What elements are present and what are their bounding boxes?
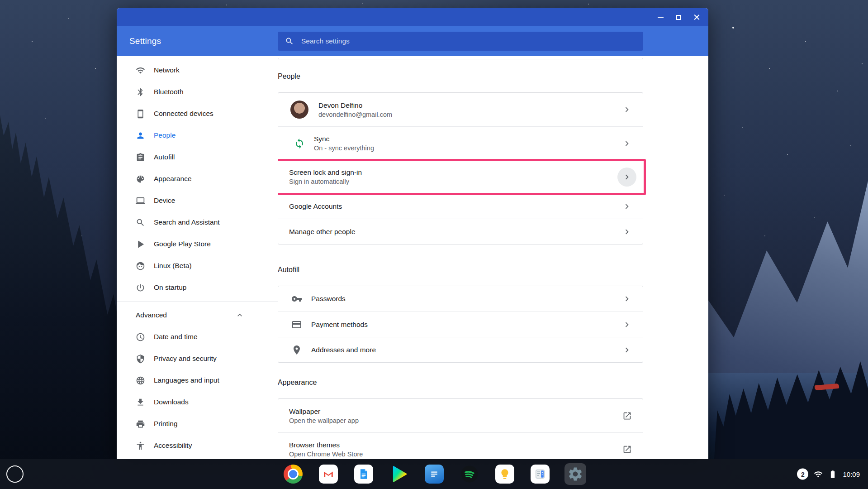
sidebar-item-search-assistant[interactable]: Search and Assistant xyxy=(117,211,278,233)
row-title: Payment methods xyxy=(311,321,368,329)
appearance-card: Wallpaper Open the wallpaper app Browser… xyxy=(278,398,643,459)
sidebar-item-label: Printing xyxy=(154,420,178,428)
sidebar-item-connected-devices[interactable]: Connected devices xyxy=(117,103,278,125)
sidebar-item-languages-input[interactable]: Languages and input xyxy=(117,369,278,391)
chevron-right-icon xyxy=(622,227,632,237)
row-title: Manage other people xyxy=(289,228,356,236)
sidebar-item-device[interactable]: Device xyxy=(117,190,278,211)
chevron-right-icon xyxy=(622,294,632,304)
docs-app-button[interactable] xyxy=(353,463,375,485)
minimize-button[interactable] xyxy=(651,8,669,26)
sidebar-item-label: Accessibility xyxy=(154,441,192,450)
addresses-row[interactable]: Addresses and more xyxy=(278,337,643,362)
account-email: devondelfino@gmail.com xyxy=(318,111,392,118)
sidebar-item-network[interactable]: Network xyxy=(117,59,278,81)
search-bar[interactable] xyxy=(278,32,643,51)
sidebar: Network Bluetooth Connected devices Peop… xyxy=(117,56,278,459)
row-title: Browser themes xyxy=(289,441,363,449)
laptop-icon xyxy=(136,196,145,206)
palette-icon xyxy=(136,174,145,184)
window-controls xyxy=(651,8,706,26)
sidebar-item-autofill[interactable]: Autofill xyxy=(117,146,278,168)
keep-app-button[interactable] xyxy=(494,463,516,485)
account-row[interactable]: Devon Delfino devondelfino@gmail.com xyxy=(278,93,643,126)
manage-other-people-row[interactable]: Manage other people xyxy=(278,219,643,244)
sidebar-item-label: Connected devices xyxy=(154,110,213,118)
maximize-button[interactable] xyxy=(669,8,688,26)
advanced-label: Advanced xyxy=(136,311,167,319)
sidebar-item-play-store[interactable]: Google Play Store xyxy=(117,233,278,255)
sidebar-item-printing[interactable]: Printing xyxy=(117,413,278,435)
chevron-right-icon xyxy=(622,139,632,149)
open-in-new-icon xyxy=(622,445,632,454)
sidebar-item-label: Network xyxy=(154,66,180,74)
play-store-icon xyxy=(389,465,408,484)
notification-badge[interactable]: 2 xyxy=(797,469,808,480)
penguin-icon xyxy=(136,261,145,271)
passwords-row[interactable]: Passwords xyxy=(278,286,643,312)
sidebar-item-appearance[interactable]: Appearance xyxy=(117,168,278,190)
settings-app-button[interactable] xyxy=(564,463,586,485)
sidebar-item-label: Date and time xyxy=(154,333,198,341)
play-store-app-button[interactable] xyxy=(388,463,410,485)
stars xyxy=(0,0,1,1)
sync-row[interactable]: Sync On - sync everything xyxy=(278,126,643,160)
power-icon xyxy=(136,283,145,292)
notes-app-button[interactable] xyxy=(423,463,445,485)
chevron-hover-circle xyxy=(617,168,636,187)
sidebar-item-on-startup[interactable]: On startup xyxy=(117,277,278,298)
clipboard-icon xyxy=(136,153,145,162)
sidebar-item-downloads[interactable]: Downloads xyxy=(117,391,278,413)
calculator-app-button[interactable] xyxy=(529,463,551,485)
sidebar-item-date-time[interactable]: Date and time xyxy=(117,326,278,348)
sidebar-advanced-toggle[interactable]: Advanced xyxy=(117,304,278,326)
browser-themes-row[interactable]: Browser themes Open Chrome Web Store xyxy=(278,432,643,459)
smartphone-icon xyxy=(136,109,145,119)
chevron-right-icon xyxy=(622,201,632,211)
row-subtitle: On - sync everything xyxy=(314,144,374,152)
app-header: Settings xyxy=(117,26,708,56)
sidebar-item-label: Downloads xyxy=(154,398,189,406)
sidebar-item-label: On startup xyxy=(154,283,186,292)
chevron-up-icon xyxy=(235,311,244,320)
wallpaper-row[interactable]: Wallpaper Open the wallpaper app xyxy=(278,399,643,432)
key-icon xyxy=(291,293,302,304)
sidebar-item-bluetooth[interactable]: Bluetooth xyxy=(117,81,278,103)
location-pin-icon xyxy=(291,345,302,355)
sidebar-item-privacy-security[interactable]: Privacy and security xyxy=(117,348,278,369)
row-subtitle: Sign in automatically xyxy=(289,178,362,185)
gmail-app-button[interactable] xyxy=(318,463,339,485)
search-input[interactable] xyxy=(300,37,636,46)
payment-methods-row[interactable]: Payment methods xyxy=(278,312,643,337)
sidebar-item-accessibility[interactable]: Accessibility xyxy=(117,435,278,456)
close-button[interactable] xyxy=(688,8,706,26)
row-title: Passwords xyxy=(311,295,346,303)
section-heading-autofill: Autofill xyxy=(278,265,643,274)
launcher-button[interactable] xyxy=(6,465,24,483)
sidebar-item-label: Linux (Beta) xyxy=(154,262,192,270)
sidebar-item-label: Device xyxy=(154,197,175,205)
download-icon xyxy=(136,398,145,407)
keep-lightbulb-icon xyxy=(495,465,514,484)
spotify-icon xyxy=(460,465,479,484)
notes-app-icon xyxy=(425,465,444,484)
autofill-card: Passwords Payment methods Addresses and … xyxy=(278,286,643,363)
screen-lock-row[interactable]: Screen lock and sign-in Sign in automati… xyxy=(278,160,643,193)
spotify-app-button[interactable] xyxy=(459,463,480,485)
status-area[interactable]: 2 10:09 xyxy=(797,469,860,480)
window-titlebar[interactable] xyxy=(117,8,708,26)
chevron-right-icon xyxy=(622,105,632,115)
sidebar-item-label: Search and Assistant xyxy=(154,218,220,226)
row-subtitle: Open Chrome Web Store xyxy=(289,451,363,458)
sidebar-item-people[interactable]: People xyxy=(117,125,278,146)
row-title: Addresses and more xyxy=(311,346,376,354)
globe-icon xyxy=(136,376,145,385)
calculator-icon xyxy=(531,465,550,484)
chevron-right-icon xyxy=(622,172,632,182)
google-accounts-row[interactable]: Google Accounts xyxy=(278,193,643,219)
sidebar-item-label: Languages and input xyxy=(154,376,219,384)
bluetooth-icon xyxy=(136,87,145,97)
sidebar-item-linux[interactable]: Linux (Beta) xyxy=(117,255,278,277)
chrome-app-button[interactable] xyxy=(282,463,304,485)
play-icon xyxy=(136,240,145,249)
